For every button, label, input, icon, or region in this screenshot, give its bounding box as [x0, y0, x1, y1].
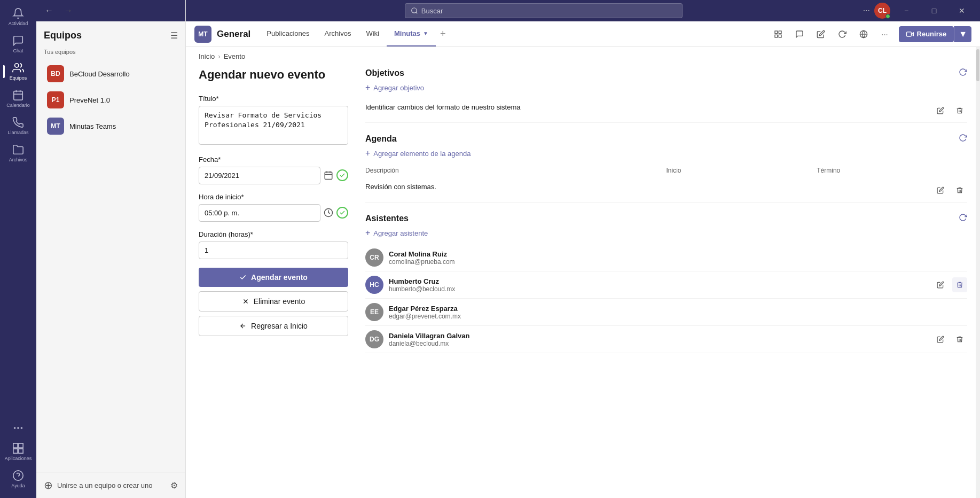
attendee-row-hc: HC Humberto Cruz humberto@becloud.mx	[365, 271, 967, 299]
teams-panel: ← → Equipos ☰ Tus equipos BD BeCloud Des…	[36, 0, 186, 498]
teams-list: BD BeCloud Desarrollo ··· P1 PreveNet 1.…	[36, 58, 185, 142]
form-right: Objetivos + Agregar objetivo Identificar…	[365, 64, 967, 485]
delete-attendee-ee-btn[interactable]	[952, 305, 967, 320]
svg-rect-18	[775, 35, 778, 37]
regresar-button[interactable]: Regresar a Inicio	[199, 316, 348, 336]
tab-archivos[interactable]: Archivos	[317, 21, 359, 46]
title-bar: Buscar ··· CL − □ ✕	[186, 0, 980, 21]
page-title: Agendar nuevo evento	[199, 64, 348, 82]
svg-rect-9	[19, 443, 23, 448]
sidebar-item-llamadas[interactable]: Llamadas	[3, 113, 33, 138]
agenda-header: Descripción Inicio Término	[365, 165, 967, 176]
edit-objetivo-0-btn[interactable]	[933, 103, 948, 118]
video-icon	[906, 30, 914, 38]
tab-minutas-dropdown-icon: ▼	[423, 30, 428, 36]
team-name-mt: Minutas Teams	[69, 122, 162, 130]
fecha-input[interactable]	[199, 167, 320, 184]
view-icon-btn[interactable]	[771, 27, 786, 42]
svg-rect-19	[779, 35, 781, 37]
team-item-p1[interactable]: P1 PreveNet 1.0 ···	[40, 87, 182, 113]
delete-agenda-0-btn[interactable]	[952, 183, 967, 198]
breadcrumb-chevron: ›	[218, 52, 220, 60]
eliminar-button[interactable]: Eliminar evento	[199, 291, 348, 312]
tab-minutas[interactable]: Minutas ▼	[387, 21, 436, 46]
sidebar-item-chat[interactable]: Chat	[3, 32, 33, 57]
sidebar-item-calendario[interactable]: Calendario	[3, 86, 33, 111]
attendee-info-dg: Daniela Villagran Galvan daniela@becloud…	[389, 332, 928, 347]
tab-add-btn[interactable]: +	[436, 21, 450, 46]
maximize-btn[interactable]: □	[922, 2, 946, 19]
calendar-icon	[324, 170, 333, 180]
delete-objetivo-0-btn[interactable]	[952, 103, 967, 118]
channel-header: MT General Publicaciones Archivos Wiki M…	[186, 21, 980, 47]
team-item-bd[interactable]: BD BeCloud Desarrollo ···	[40, 61, 182, 87]
add-asistente-link[interactable]: + Agregar asistente	[365, 228, 967, 238]
chat-icon-btn[interactable]	[792, 27, 807, 42]
svg-point-7	[21, 427, 23, 429]
team-name-bd: BeCloud Desarrollo	[69, 70, 162, 78]
attendee-info-hc: Humberto Cruz humberto@becloud.mx	[389, 277, 928, 293]
edit-attendee-dg-btn[interactable]	[933, 332, 948, 347]
svg-point-5	[14, 427, 16, 429]
refresh-icon-btn[interactable]	[835, 27, 850, 42]
globe-icon-btn[interactable]	[856, 27, 871, 42]
scrollbar-track	[976, 47, 980, 498]
search-placeholder: Buscar	[421, 7, 443, 15]
nav-back[interactable]: ←	[42, 4, 57, 18]
reunirse-dropdown[interactable]: ▼	[954, 26, 971, 42]
add-agenda-link[interactable]: + Agregar elemento de la agenda	[365, 149, 967, 158]
more-channel-btn[interactable]: ···	[877, 27, 892, 42]
close-btn[interactable]: ✕	[950, 2, 974, 19]
agenda-row-0-actions	[933, 183, 967, 198]
agendar-button[interactable]: Agendar evento	[199, 268, 348, 287]
sidebar-item-aplicaciones[interactable]: Aplicaciones	[3, 439, 33, 464]
sidebar-item-mas[interactable]	[3, 419, 33, 437]
add-objetivo-link[interactable]: + Agregar objetivo	[365, 83, 967, 92]
delete-attendee-dg-btn[interactable]	[952, 332, 967, 347]
delete-attendee-cr-btn[interactable]	[952, 250, 967, 265]
titulo-input[interactable]: Revisar Formato de Servicios Profesional…	[199, 106, 348, 145]
more-options-btn[interactable]: ···	[863, 6, 870, 15]
svg-line-15	[416, 12, 418, 14]
sidebar-item-archivos[interactable]: Archivos	[3, 141, 33, 166]
edit-attendee-ee-btn[interactable]	[933, 305, 948, 320]
titulo-group: Título* Revisar Formato de Servicios Pro…	[199, 95, 348, 147]
objetivo-row-0: Identificar cambios del formato de nuest…	[365, 99, 967, 123]
edit-attendee-hc-btn[interactable]	[933, 277, 948, 292]
team-avatar-bd: BD	[47, 65, 64, 82]
sidebar-item-equipos[interactable]: Equipos	[3, 59, 33, 84]
join-team-label[interactable]: Unirse a un equipo o crear uno	[57, 481, 153, 489]
breadcrumb-inicio[interactable]: Inicio	[199, 52, 215, 60]
duracion-input[interactable]	[199, 242, 348, 259]
svg-point-12	[13, 471, 23, 480]
agenda-title: Agenda	[365, 134, 397, 144]
search-box[interactable]: Buscar	[405, 3, 683, 18]
nav-forward[interactable]: →	[61, 4, 76, 18]
team-item-mt[interactable]: MT Minutas Teams ···	[40, 113, 182, 139]
svg-rect-8	[13, 443, 18, 448]
objetivos-refresh-btn[interactable]	[959, 68, 967, 79]
col-inicio: Inicio	[667, 165, 817, 176]
delete-attendee-hc-btn[interactable]	[952, 277, 967, 292]
attendee-row-ee: EE Edgar Pérez Esparza edgar@prevenet.co…	[365, 299, 967, 326]
reunirse-button[interactable]: Reunirse	[899, 26, 954, 42]
agenda-refresh-btn[interactable]	[959, 134, 967, 144]
time-check-icon	[336, 207, 348, 219]
minimize-btn[interactable]: −	[895, 2, 918, 19]
edit-icon-btn[interactable]	[813, 27, 828, 42]
main-content: Buscar ··· CL − □ ✕ MT General Publicaci…	[186, 0, 980, 498]
settings-icon[interactable]: ⚙	[170, 480, 178, 491]
tab-wiki[interactable]: Wiki	[358, 21, 387, 46]
sidebar-item-actividad[interactable]: Actividad	[3, 4, 33, 29]
edit-agenda-0-btn[interactable]	[933, 183, 948, 198]
sidebar-item-ayuda[interactable]: Ayuda	[3, 466, 33, 492]
tab-publicaciones[interactable]: Publicaciones	[259, 21, 317, 46]
scrollbar-thumb[interactable]	[976, 49, 979, 81]
breadcrumb: Inicio › Evento	[186, 47, 980, 64]
asistentes-refresh-btn[interactable]	[959, 213, 967, 224]
user-avatar[interactable]: CL	[874, 3, 890, 19]
teams-filter-icon[interactable]: ☰	[170, 30, 178, 41]
hora-input[interactable]	[199, 204, 320, 222]
edit-attendee-cr-btn[interactable]	[933, 250, 948, 265]
asistentes-title: Asistentes	[365, 214, 409, 223]
